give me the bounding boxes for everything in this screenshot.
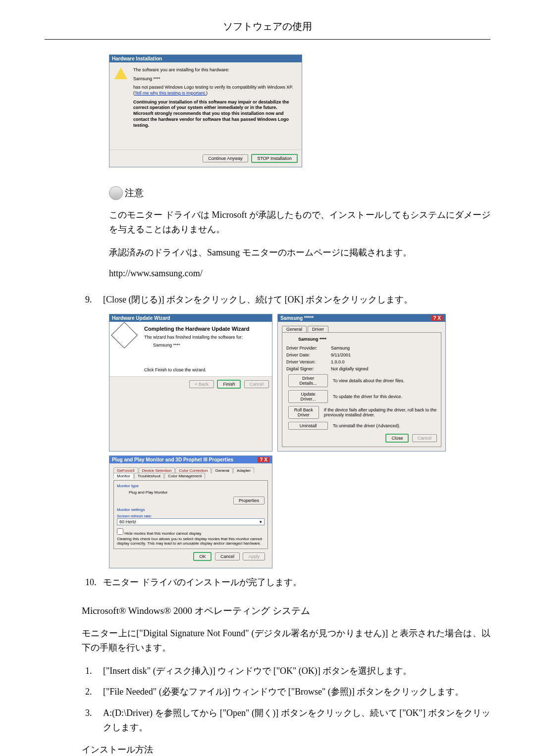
tab-general[interactable]: General — [212, 467, 232, 473]
signer-value: Not digitally signed — [331, 366, 369, 371]
wizard-device: Samsung **** — [153, 343, 267, 348]
window-controls[interactable]: ? X — [431, 315, 443, 321]
close-button[interactable]: Close — [385, 434, 409, 443]
date-value: 9/11/2001 — [331, 353, 351, 357]
note-icon — [109, 186, 123, 200]
wizard-line2: Click Finish to close the wizard. — [144, 367, 267, 372]
refresh-value: 60 Hertz — [119, 519, 136, 524]
step-num: 1. — [85, 664, 103, 678]
step-text: ["Insert disk" (ディスク挿入)] ウィンドウで ["OK" (O… — [103, 664, 490, 678]
hardware-installation-dialog: Hardware Installation The software you a… — [109, 54, 302, 167]
step-2: 2. ["File Needed" (必要なファイル)] ウィンドウで ["Br… — [85, 685, 490, 699]
tab-adapter[interactable]: Adapter — [233, 467, 254, 473]
properties-button[interactable]: Properties — [233, 497, 265, 504]
step-text: ["File Needed" (必要なファイル)] ウィンドウで ["Brows… — [103, 685, 490, 699]
driver-properties-dialog: Samsung *****? X General Driver Samsung … — [277, 314, 446, 452]
details-text: To view details about the driver files. — [333, 378, 405, 383]
tab-general[interactable]: General — [282, 326, 307, 332]
driver-device: Samsung **** — [298, 337, 437, 342]
hide-modes-checkbox[interactable] — [117, 528, 123, 535]
provider-label: Driver Provider: — [286, 346, 331, 351]
uninstall-text: To uninstall the driver (Advanced). — [333, 423, 400, 428]
step-num: 2. — [85, 685, 103, 699]
wizard-line1: The wizard has finished installing the s… — [144, 335, 267, 340]
note-paragraph-1: このモニター ドライバは Microsoft が承認したもので、インストールして… — [109, 208, 490, 237]
hide-modes-label: Hide modes that this monitor cannot disp… — [124, 531, 201, 536]
date-label: Driver Date: — [286, 353, 331, 357]
note-label: 注意 — [125, 187, 144, 200]
hw-device: Samsung **** — [133, 76, 296, 82]
cancel-button-2: Cancel — [412, 434, 437, 442]
ok-button[interactable]: OK — [193, 552, 212, 561]
hw-text: The software you are installing for this… — [133, 67, 296, 73]
step-text: A:(D:\Driver) を参照してから ["Open" (開く)] ボタンを… — [103, 706, 490, 735]
step-num: 10. — [85, 575, 103, 590]
rollback-driver-button[interactable]: Roll Back Driver — [288, 406, 319, 419]
hw-text-b: ) — [206, 91, 208, 96]
tab-driver[interactable]: Driver — [308, 326, 328, 332]
wizard-heading: Completing the Hardware Update Wizard — [144, 326, 267, 332]
step-9: 9. [Close (閉じる)] ボタンをクリックし、続けて [OK] ボタンを… — [85, 293, 490, 307]
tab-monitor[interactable]: Monitor — [113, 473, 134, 479]
rollback-text: If the device fails after updating the d… — [324, 407, 437, 417]
provider-value: Samsung — [331, 346, 350, 351]
tab-color-management[interactable]: Color Management — [164, 473, 205, 479]
hardware-update-wizard-dialog: Hardware Update Wizard Completing the Ha… — [109, 314, 272, 452]
prop-title: Plug and Play Monitor and 3D Prophet III… — [112, 457, 233, 462]
version-value: 1.0.0.0 — [331, 359, 345, 364]
hide-modes-text: Clearing this check box allows you to se… — [117, 537, 265, 546]
condition-text: モニター上に["Digital Signature Not Found" (デジ… — [82, 626, 490, 655]
hw-link[interactable]: Tell me why this testing is important. — [135, 91, 206, 96]
hw-compat: has not passed Windows Logo testing to v… — [133, 85, 296, 96]
update-text: To update the driver for this device. — [333, 394, 402, 399]
note-heading: 注意 — [109, 186, 490, 200]
wizard-title: Hardware Update Wizard — [109, 314, 272, 322]
refresh-select[interactable]: 60 Hertz▾ — [117, 518, 265, 525]
step-num: 3. — [85, 706, 103, 735]
step-text: [Close (閉じる)] ボタンをクリックし、続けて [OK] ボタンをクリッ… — [103, 293, 490, 307]
apply-button: Apply — [243, 553, 265, 560]
step-10: 10. モニター ドライバのインストールが完了します。 — [85, 575, 490, 590]
signer-label: Digital Signer: — [286, 366, 331, 371]
stop-installation-button[interactable]: STOP Installation — [251, 154, 298, 163]
driver-details-button[interactable]: Driver Details... — [288, 374, 328, 387]
wizard-icon — [111, 322, 138, 349]
os-heading: Microsoft® Windows® 2000 オペレーティング システム — [82, 605, 490, 617]
window-controls-2[interactable]: ? X — [258, 457, 269, 462]
uninstall-button[interactable]: Uninstall — [288, 422, 328, 430]
monitor-settings-label: Monitor settings — [117, 507, 265, 512]
samsung-url: http://www.samsung.com/ — [109, 268, 490, 279]
update-driver-button[interactable]: Update Driver... — [288, 390, 328, 403]
step-num: 9. — [85, 293, 103, 307]
chevron-down-icon: ▾ — [260, 519, 262, 524]
note-paragraph-2: 承認済みのドライバは、Samsung モニターのホームページに掲載されます。 — [109, 246, 490, 260]
cancel-button-3[interactable]: Cancel — [215, 553, 240, 560]
finish-button[interactable]: Finish — [217, 380, 241, 389]
warning-icon — [114, 67, 127, 80]
version-label: Driver Version: — [286, 359, 331, 364]
page-title: ソフトウェアの使用 — [45, 20, 490, 40]
continue-anyway-button[interactable]: Continue Anyway — [203, 154, 248, 162]
step-1: 1. ["Insert disk" (ディスク挿入)] ウィンドウで ["OK"… — [85, 664, 490, 678]
cancel-button: Cancel — [244, 380, 269, 388]
step-text: モニター ドライバのインストールが完了します。 — [103, 575, 490, 590]
step-3: 3. A:(D:\Driver) を参照してから ["Open" (開く)] ボ… — [85, 706, 490, 735]
refresh-label: Screen refresh rate: — [117, 514, 265, 518]
tab-troubleshoot[interactable]: Troubleshoot — [134, 473, 164, 479]
driver-title: Samsung ***** — [280, 315, 314, 321]
install-method-heading: インストール方法 — [82, 744, 490, 756]
monitor-type-value: Plug and Play Monitor — [129, 490, 265, 495]
dialog-title: Hardware Installation — [109, 55, 302, 62]
monitor-type-label: Monitor type — [117, 484, 265, 488]
monitor-properties-dialog: Plug and Play Monitor and 3D Prophet III… — [109, 455, 272, 568]
back-button: < Back — [189, 380, 214, 388]
hw-warning: Continuing your installation of this sof… — [133, 100, 296, 128]
